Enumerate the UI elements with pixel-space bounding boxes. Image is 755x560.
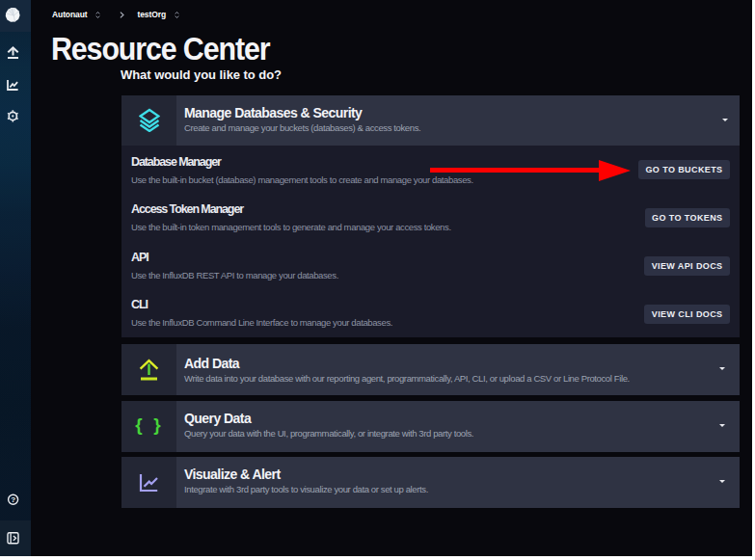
svg-text:?: ? xyxy=(11,495,15,504)
